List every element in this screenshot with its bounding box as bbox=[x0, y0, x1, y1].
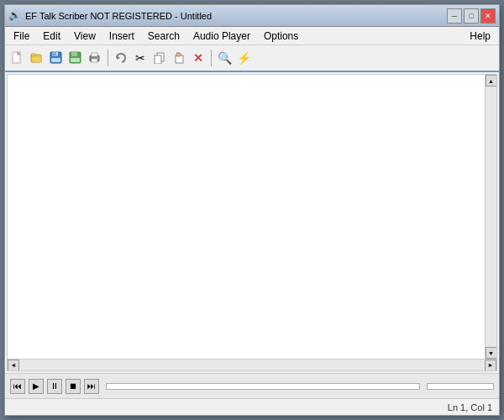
scroll-track-h[interactable] bbox=[19, 360, 485, 370]
svg-rect-22 bbox=[176, 53, 181, 56]
audio-bar: ⏮ ▶ ⏸ ⏹ ⏭ bbox=[5, 373, 499, 398]
audio-stop-button[interactable]: ⏹ bbox=[66, 379, 81, 394]
menu-audio-player[interactable]: Audio Player bbox=[186, 29, 257, 44]
menu-insert[interactable]: Insert bbox=[102, 29, 141, 44]
toolbar-copy-button[interactable] bbox=[150, 49, 169, 67]
app-window: 🔊 EF Talk Scriber NOT REGISTERED - Untit… bbox=[4, 4, 500, 416]
toolbar-sep-2 bbox=[211, 50, 212, 66]
toolbar-find-button[interactable]: 🔍 bbox=[215, 49, 234, 67]
close-button[interactable]: ✕ bbox=[480, 8, 496, 24]
toolbar-print-button[interactable] bbox=[86, 49, 104, 67]
menu-help[interactable]: Help bbox=[463, 29, 497, 44]
audio-play-button[interactable]: ▶ bbox=[29, 379, 44, 394]
editor: ▲ ▼ ◄ ► bbox=[7, 74, 497, 371]
toolbar-sep-1 bbox=[108, 50, 108, 66]
svg-rect-6 bbox=[32, 56, 41, 62]
content-area: ▲ ▼ ◄ ► bbox=[5, 72, 499, 373]
scroll-right-button[interactable]: ► bbox=[485, 360, 496, 371]
svg-rect-15 bbox=[92, 53, 97, 56]
audio-go-end-button[interactable]: ⏭ bbox=[84, 379, 99, 394]
toolbar-saveas-button[interactable] bbox=[66, 49, 85, 67]
menu-edit[interactable]: Edit bbox=[36, 29, 67, 44]
svg-rect-16 bbox=[92, 59, 97, 62]
toolbar-open-button[interactable] bbox=[28, 49, 46, 67]
menu-view[interactable]: View bbox=[67, 29, 102, 44]
toolbar-undo-button[interactable] bbox=[112, 49, 130, 67]
svg-rect-20 bbox=[155, 55, 161, 64]
toolbar-new-button[interactable] bbox=[8, 49, 27, 67]
scroll-down-button[interactable]: ▼ bbox=[486, 347, 497, 359]
svg-marker-18 bbox=[117, 55, 120, 60]
vertical-scrollbar[interactable]: ▲ ▼ bbox=[485, 75, 496, 359]
title-bar: 🔊 EF Talk Scriber NOT REGISTERED - Untit… bbox=[5, 5, 499, 27]
svg-rect-10 bbox=[51, 58, 60, 62]
scroll-left-button[interactable]: ◄ bbox=[8, 360, 19, 371]
maximize-button[interactable]: □ bbox=[464, 8, 479, 24]
minimize-button[interactable]: ─ bbox=[447, 8, 462, 24]
scroll-up-button[interactable]: ▲ bbox=[486, 75, 497, 87]
audio-end-progress[interactable] bbox=[427, 383, 494, 390]
window-title: EF Talk Scriber NOT REGISTERED - Untitle… bbox=[25, 11, 212, 21]
svg-rect-9 bbox=[56, 52, 58, 55]
toolbar-delete-button[interactable]: ✕ bbox=[189, 49, 207, 67]
title-bar-left: 🔊 EF Talk Scriber NOT REGISTERED - Untit… bbox=[8, 9, 212, 23]
audio-go-start-button[interactable]: ⏮ bbox=[10, 379, 25, 394]
status-position: Ln 1, Col 1 bbox=[448, 402, 492, 412]
audio-pause-button[interactable]: ⏸ bbox=[47, 379, 62, 394]
menu-file[interactable]: File bbox=[7, 29, 36, 44]
status-bar: Ln 1, Col 1 bbox=[5, 398, 499, 415]
menu-search[interactable]: Search bbox=[141, 29, 186, 44]
scroll-track-v[interactable] bbox=[486, 87, 496, 347]
toolbar-save-button[interactable] bbox=[47, 49, 66, 67]
svg-rect-17 bbox=[97, 57, 99, 59]
app-icon: 🔊 bbox=[8, 9, 22, 23]
menu-options[interactable]: Options bbox=[257, 29, 305, 44]
svg-rect-13 bbox=[71, 58, 80, 62]
svg-rect-12 bbox=[71, 52, 77, 56]
toolbar: ✂ ✕ 🔍 ⚡ bbox=[5, 45, 499, 72]
editor-textarea[interactable] bbox=[8, 75, 485, 359]
svg-rect-5 bbox=[31, 54, 35, 56]
toolbar-cut-button[interactable]: ✂ bbox=[131, 49, 150, 67]
toolbar-paste-button[interactable] bbox=[170, 49, 188, 67]
toolbar-replace-button[interactable]: ⚡ bbox=[234, 49, 253, 67]
audio-progress-bar[interactable] bbox=[106, 383, 420, 390]
window-controls: ─ □ ✕ bbox=[447, 8, 496, 24]
horizontal-scrollbar[interactable]: ◄ ► bbox=[8, 359, 496, 370]
menu-bar: File Edit View Insert Search Audio Playe… bbox=[5, 27, 499, 45]
